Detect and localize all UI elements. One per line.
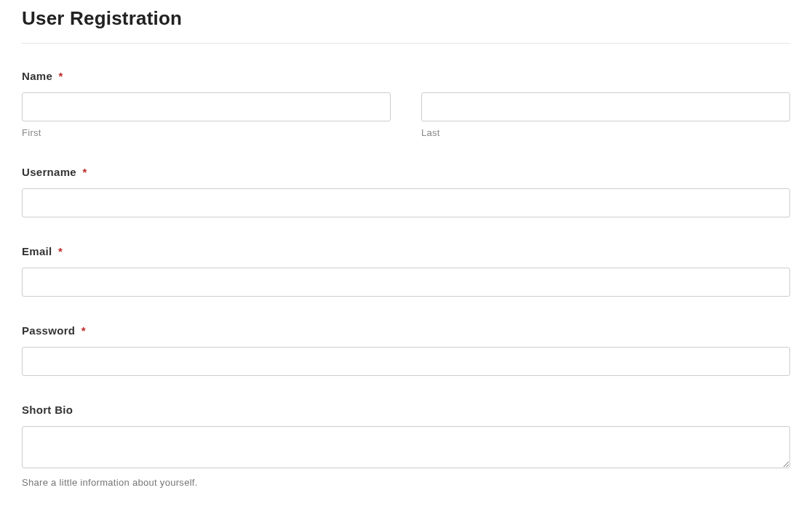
name-label: Name * (22, 70, 790, 82)
last-name-sublabel: Last (421, 127, 790, 138)
short-bio-input[interactable] (22, 426, 790, 468)
password-input[interactable] (22, 347, 790, 376)
page-title: User Registration (22, 7, 790, 30)
username-input[interactable] (22, 188, 790, 217)
required-asterisk: * (82, 166, 87, 178)
field-name: Name * First Last (22, 70, 790, 138)
password-label-text: Password (22, 324, 75, 337)
first-name-input[interactable] (22, 92, 391, 121)
username-label-text: Username (22, 166, 76, 178)
short-bio-help: Share a little information about yoursel… (22, 477, 790, 488)
divider (22, 43, 790, 44)
field-short-bio: Short Bio Share a little information abo… (22, 404, 790, 488)
required-asterisk: * (58, 245, 63, 257)
email-input[interactable] (22, 268, 790, 297)
email-label-text: Email (22, 245, 52, 257)
field-username: Username * (22, 166, 790, 217)
last-name-input[interactable] (421, 92, 790, 121)
name-label-text: Name (22, 70, 52, 82)
required-asterisk: * (81, 324, 86, 337)
field-email: Email * (22, 245, 790, 297)
short-bio-label-text: Short Bio (22, 404, 73, 416)
first-name-sublabel: First (22, 127, 391, 138)
password-label: Password * (22, 324, 790, 337)
username-label: Username * (22, 166, 790, 178)
email-label: Email * (22, 245, 790, 257)
field-password: Password * (22, 324, 790, 376)
required-asterisk: * (59, 70, 63, 82)
short-bio-label: Short Bio (22, 404, 790, 416)
